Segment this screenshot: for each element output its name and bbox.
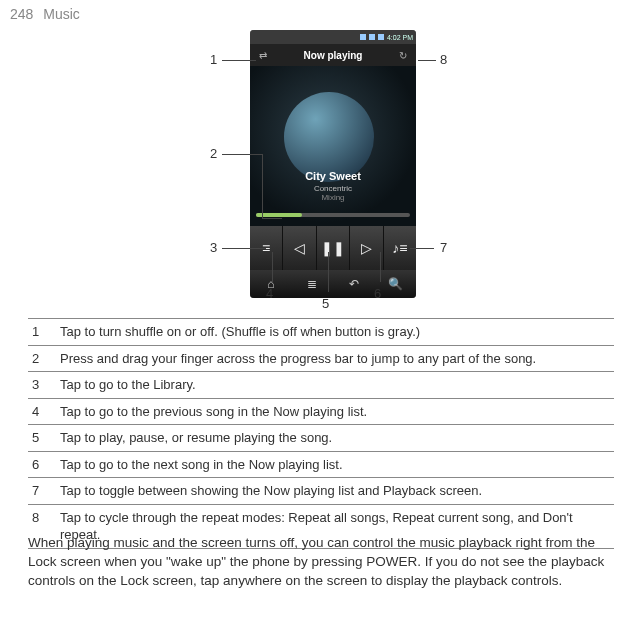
callout-1-line <box>222 60 256 61</box>
signal-icon <box>360 34 366 40</box>
callout-3-line <box>222 248 266 249</box>
row-num: 4 <box>28 398 56 425</box>
page-header: 248 Music <box>10 6 80 22</box>
status-bar: 4:02 PM <box>250 30 416 44</box>
shuffle-icon[interactable]: ⇄ <box>256 48 270 62</box>
previous-button[interactable]: ◁ <box>283 226 316 270</box>
control-row: ≡ ◁ ❚❚ ▷ ♪≡ <box>250 226 416 270</box>
row-text: Tap to go to the previous song in the No… <box>56 398 614 425</box>
callout-5-line-v <box>328 252 329 292</box>
body-paragraph: When playing music and the screen turns … <box>28 534 614 591</box>
android-nav-row: ⌂ ≣ ↶ 🔍 <box>250 270 416 298</box>
callout-7-line <box>410 248 434 249</box>
callout-8-label: 8 <box>440 52 447 67</box>
callout-5-label: 5 <box>322 296 329 311</box>
row-text: Press and drag your finger across the pr… <box>56 345 614 372</box>
row-num: 2 <box>28 345 56 372</box>
row-text: Tap to play, pause, or resume playing th… <box>56 425 614 452</box>
table-row: 1Tap to turn shuffle on or off. (Shuffle… <box>28 319 614 346</box>
track-info: City Sweet Concentric Mixing <box>250 170 416 202</box>
row-num: 1 <box>28 319 56 346</box>
callout-3-label: 3 <box>210 240 217 255</box>
play-pause-button[interactable]: ❚❚ <box>317 226 350 270</box>
row-text: Tap to go to the Library. <box>56 372 614 399</box>
album-art-area: City Sweet Concentric Mixing <box>250 66 416 226</box>
row-num: 6 <box>28 451 56 478</box>
callout-8-line <box>418 60 436 61</box>
back-icon[interactable]: ↶ <box>333 270 375 298</box>
progress-row <box>256 208 410 222</box>
table-row: 2Press and drag your finger across the p… <box>28 345 614 372</box>
callout-4-label: 4 <box>266 286 273 301</box>
track-album: Mixing <box>250 193 416 202</box>
row-text: Tap to turn shuffle on or off. (Shuffle … <box>56 319 614 346</box>
row-num: 7 <box>28 478 56 505</box>
progress-bar[interactable] <box>256 213 410 217</box>
next-button[interactable]: ▷ <box>350 226 383 270</box>
top-bar: ⇄ Now playing ↻ <box>250 44 416 66</box>
callout-6-label: 6 <box>374 286 381 301</box>
callout-2-label: 2 <box>210 146 217 161</box>
callout-2-line-h2 <box>262 218 282 219</box>
phone-screenshot: 4:02 PM ⇄ Now playing ↻ City Sweet Conce… <box>250 30 416 298</box>
table-row: 5Tap to play, pause, or resume playing t… <box>28 425 614 452</box>
callout-6-line-v <box>380 252 381 282</box>
callout-7-label: 7 <box>440 240 447 255</box>
description-table: 1Tap to turn shuffle on or off. (Shuffle… <box>28 318 614 549</box>
row-num: 3 <box>28 372 56 399</box>
row-text: Tap to toggle between showing the Now pl… <box>56 478 614 505</box>
track-title: City Sweet <box>250 170 416 182</box>
callout-2-line-v <box>262 154 263 218</box>
table-row: 3Tap to go to the Library. <box>28 372 614 399</box>
menu-icon[interactable]: ≣ <box>292 270 334 298</box>
status-time: 4:02 PM <box>387 34 413 41</box>
table-row: 4Tap to go to the previous song in the N… <box>28 398 614 425</box>
album-art-image <box>284 92 374 182</box>
callout-4-dot <box>272 282 273 283</box>
callout-2-line-h <box>222 154 262 155</box>
wifi-icon <box>369 34 375 40</box>
callout-4-line-v <box>272 252 273 282</box>
row-num: 5 <box>28 425 56 452</box>
row-text: Tap to go to the next song in the Now pl… <box>56 451 614 478</box>
callout-1-label: 1 <box>210 52 217 67</box>
table-row: 7Tap to toggle between showing the Now p… <box>28 478 614 505</box>
now-playing-label: Now playing <box>304 50 363 61</box>
battery-icon <box>378 34 384 40</box>
repeat-icon[interactable]: ↻ <box>396 48 410 62</box>
section-title: Music <box>43 6 80 22</box>
page-number: 248 <box>10 6 33 22</box>
table-row: 6Tap to go to the next song in the Now p… <box>28 451 614 478</box>
figure-area: 4:02 PM ⇄ Now playing ↻ City Sweet Conce… <box>0 30 639 310</box>
track-artist: Concentric <box>250 184 416 193</box>
